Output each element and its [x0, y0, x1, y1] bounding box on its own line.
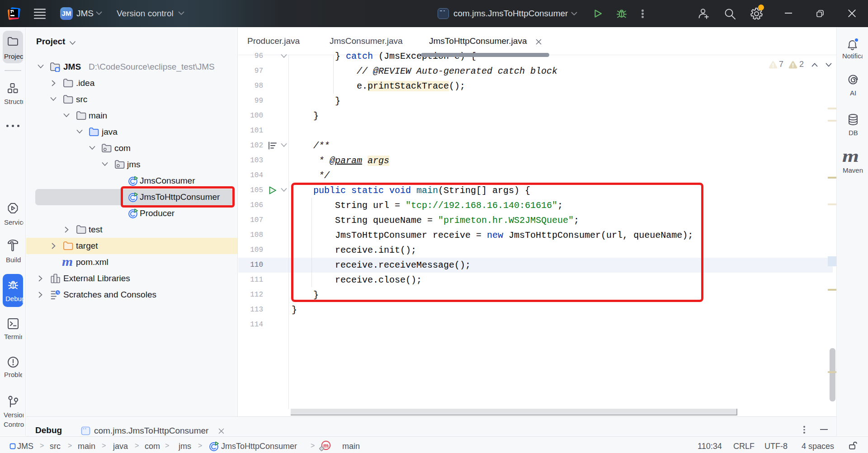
svg-text:m: m — [323, 442, 329, 449]
